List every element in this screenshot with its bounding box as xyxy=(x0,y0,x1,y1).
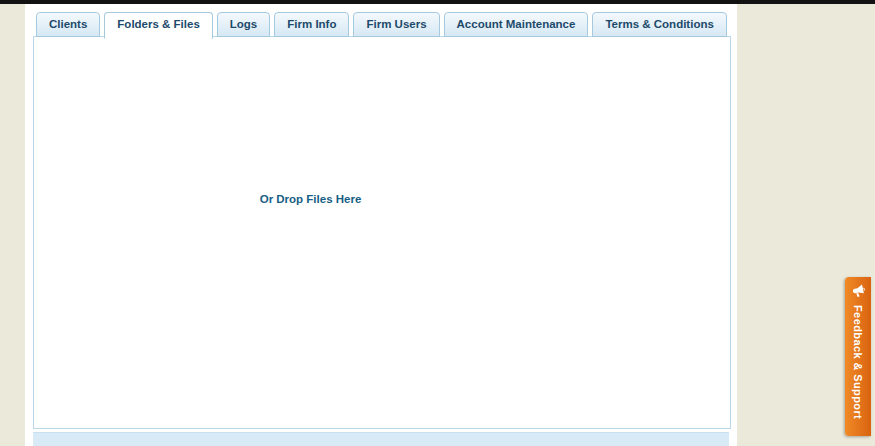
tab-account-maintenance[interactable]: Account Maintenance xyxy=(444,12,589,37)
tab-firm-users[interactable]: Firm Users xyxy=(353,12,439,37)
tab-folders-files[interactable]: Folders & Files xyxy=(104,12,212,39)
page: Clients Folders & Files Logs Firm Info F… xyxy=(0,0,875,446)
tab-strip: Clients Folders & Files Logs Firm Info F… xyxy=(36,12,727,39)
tab-clients[interactable]: Clients xyxy=(36,12,100,37)
drop-files-hint: Or Drop Files Here xyxy=(253,193,368,205)
footer-bar xyxy=(33,432,729,446)
tab-logs[interactable]: Logs xyxy=(217,12,270,37)
megaphone-icon xyxy=(850,283,868,301)
folders-files-panel xyxy=(33,36,731,429)
tab-firm-info[interactable]: Firm Info xyxy=(274,12,349,37)
tab-terms-conditions[interactable]: Terms & Conditions xyxy=(592,12,726,37)
feedback-support-label: Feedback & Support xyxy=(845,305,871,433)
feedback-support-tab[interactable]: Feedback & Support xyxy=(845,277,871,436)
